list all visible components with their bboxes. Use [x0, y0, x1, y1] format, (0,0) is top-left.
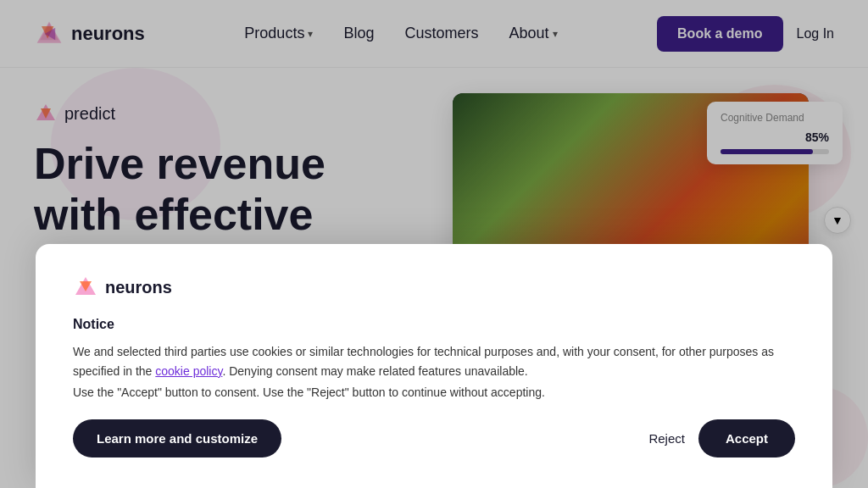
reject-button[interactable]: Reject: [648, 431, 685, 446]
cookie-note: Use the "Accept" button to consent. Use …: [73, 385, 795, 399]
modal-logo: neurons: [73, 274, 795, 300]
accept-button[interactable]: Accept: [698, 419, 795, 458]
cookie-policy-link[interactable]: cookie policy: [155, 364, 222, 378]
customize-button[interactable]: Learn more and customize: [73, 419, 281, 458]
modal-logo-icon: [73, 274, 98, 300]
cookie-body-text: We and selected third parties use cookie…: [73, 342, 795, 380]
cookie-consent-modal: neurons Notice We and selected third par…: [36, 244, 832, 488]
modal-logo-text: neurons: [105, 278, 172, 297]
notice-title: Notice: [73, 317, 795, 332]
modal-actions: Learn more and customize Reject Accept: [73, 419, 795, 458]
